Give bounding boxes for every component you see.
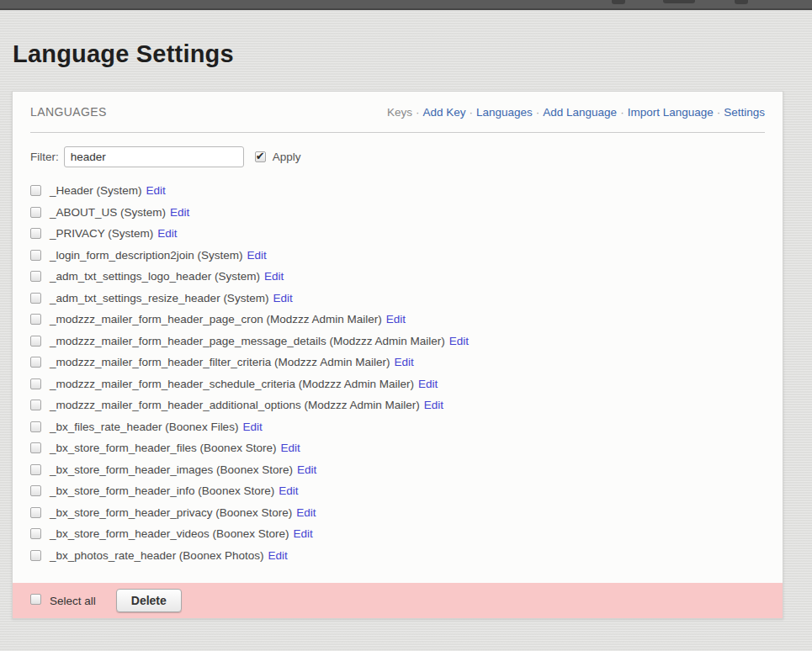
key-label: _modzzz_mailer_form_header_filter_criter… [50,356,390,368]
edit-link[interactable]: Edit [264,270,284,283]
edit-link[interactable]: Edit [242,421,262,433]
nav-separator: · [620,106,624,119]
key-row: _bx_store_form_header_info (Boonex Store… [30,480,765,502]
cutoff-glyph-icon [663,0,695,3]
key-row: _bx_store_form_header_videos (Boonex Sto… [30,523,765,545]
panel-nav: Keys·Add Key·Languages·Add Language·Impo… [387,106,765,119]
edit-link[interactable]: Edit [418,378,438,390]
key-row-checkbox[interactable] [30,378,41,389]
nav-item-import-language[interactable]: Import Language [628,106,714,119]
key-row-checkbox[interactable] [30,550,41,561]
nav-separator: · [416,106,420,119]
key-label: _bx_photos_rate_header (Boonex Photos) [50,549,263,562]
edit-link[interactable]: Edit [279,484,298,497]
key-label: _bx_store_form_header_videos (Boonex Sto… [50,527,289,540]
key-row: _modzzz_mailer_form_header_page_message_… [30,331,765,352]
languages-panel: LANGUAGES Keys·Add Key·Languages·Add Lan… [12,91,783,619]
delete-button[interactable]: Delete [116,589,182,612]
key-label: _bx_store_form_header_privacy (Boonex St… [50,506,292,519]
nav-separator: · [536,106,540,119]
edit-link[interactable]: Edit [296,506,316,519]
key-label: _adm_txt_settings_logo_header (System) [50,270,260,283]
apply-checkbox[interactable] [255,151,266,162]
key-row-checkbox[interactable] [30,207,41,218]
edit-link[interactable]: Edit [247,249,267,262]
panel-title: LANGUAGES [30,105,107,119]
key-row-checkbox[interactable] [30,314,41,325]
key-row-checkbox[interactable] [30,400,41,410]
key-row: _bx_files_rate_header (Boonex Files) Edi… [30,416,765,438]
key-label: _Header (System) [50,184,142,197]
nav-separator: · [469,106,473,119]
key-row-checkbox[interactable] [30,336,41,347]
key-label: _adm_txt_settings_resize_header (System) [50,292,268,304]
edit-link[interactable]: Edit [268,549,287,562]
key-label: _modzzz_mailer_form_header_schedule_crit… [50,378,414,390]
key-label: _modzzz_mailer_form_header_additional_op… [50,399,420,411]
key-label: _bx_files_rate_header (Boonex Files) [50,421,238,433]
key-label: _bx_store_form_header_images (Boonex Sto… [50,463,293,476]
key-row: _bx_store_form_header_images (Boonex Sto… [30,459,765,481]
edit-link[interactable]: Edit [293,527,312,540]
key-row-checkbox[interactable] [30,464,41,475]
key-row: _modzzz_mailer_form_header_page_cron (Mo… [30,309,765,331]
key-row-checkbox[interactable] [30,293,41,304]
edit-link[interactable]: Edit [157,227,177,240]
key-row-checkbox[interactable] [30,250,41,261]
key-row: _login_form_description2join (System) Ed… [30,245,765,267]
key-label: _ABOUT_US (System) [50,206,166,219]
apply-label: Apply [273,151,301,163]
key-row-checkbox[interactable] [30,421,41,432]
cutoff-glyph-icon [612,0,625,4]
key-row: _ABOUT_US (System) Edit [30,202,765,224]
key-row-checkbox[interactable] [30,507,41,518]
top-bar [0,0,812,10]
edit-link[interactable]: Edit [273,292,292,304]
key-row-checkbox[interactable] [30,357,41,368]
filter-label: Filter: [30,151,59,163]
key-row: _bx_store_form_header_privacy (Boonex St… [30,502,765,524]
nav-item-settings[interactable]: Settings [724,106,765,119]
panel-header: LANGUAGES Keys·Add Key·Languages·Add Lan… [30,92,765,133]
key-row-checkbox[interactable] [30,228,41,239]
cutoff-glyph-icon [735,0,748,4]
key-list: _Header (System) Edit _ABOUT_US (System)… [30,180,765,583]
bulk-action-bar: Select all Delete [13,583,783,618]
filter-row: Filter: Apply [30,146,765,167]
key-row: _PRIVACY (System) Edit [30,223,765,245]
edit-link[interactable]: Edit [170,206,189,219]
edit-link[interactable]: Edit [424,399,443,411]
edit-link[interactable]: Edit [394,356,413,368]
edit-link[interactable]: Edit [297,463,316,476]
key-row-checkbox[interactable] [30,185,41,196]
key-row-checkbox[interactable] [30,271,41,282]
key-row: _bx_store_form_header_files (Boonex Stor… [30,437,765,459]
key-row: _adm_txt_settings_resize_header (System)… [30,288,765,310]
key-label: _modzzz_mailer_form_header_page_message_… [50,335,445,347]
nav-item-add-key[interactable]: Add Key [422,106,465,119]
edit-link[interactable]: Edit [449,335,469,347]
filter-input[interactable] [64,146,244,167]
key-row: _bx_photos_rate_header (Boonex Photos) E… [30,545,765,567]
key-label: _bx_store_form_header_info (Boonex Store… [50,484,274,497]
edit-link[interactable]: Edit [280,442,300,454]
nav-item-add-language[interactable]: Add Language [543,106,617,119]
key-row-checkbox[interactable] [30,485,41,496]
page-title: Language Settings [13,40,234,68]
nav-separator: · [717,106,721,119]
edit-link[interactable]: Edit [146,184,166,197]
key-label: _bx_store_form_header_files (Boonex Stor… [50,442,276,454]
edit-link[interactable]: Edit [386,313,406,326]
key-row: _modzzz_mailer_form_header_schedule_crit… [30,373,765,395]
key-label: _PRIVACY (System) [50,227,153,240]
nav-item-keys[interactable]: Keys [387,106,412,119]
select-all-label: Select all [50,595,96,607]
key-label: _login_form_description2join (System) [50,249,243,262]
nav-item-languages[interactable]: Languages [476,106,533,119]
key-row: _modzzz_mailer_form_header_filter_criter… [30,352,765,373]
key-row: _Header (System) Edit [30,180,765,202]
select-all-checkbox[interactable] [30,594,41,605]
key-row-checkbox[interactable] [30,442,41,453]
key-row: _adm_txt_settings_logo_header (System) E… [30,266,765,288]
key-row-checkbox[interactable] [30,528,41,539]
